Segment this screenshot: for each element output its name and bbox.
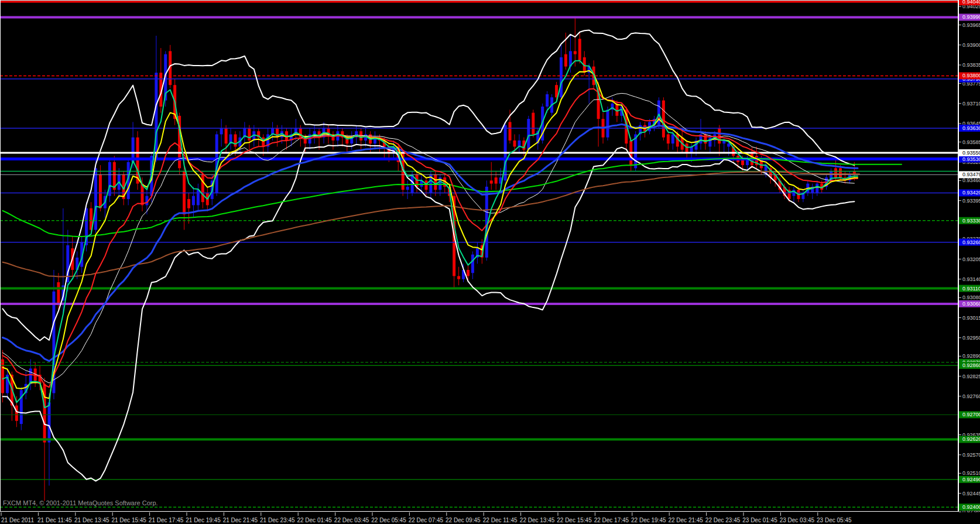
- time-axis-label: 22 Dec 23:45: [705, 517, 741, 523]
- price-tick-label: 0.93015: [962, 315, 980, 321]
- candle: [546, 94, 549, 107]
- price-tick-label: 0.92890: [962, 353, 980, 359]
- candle: [457, 276, 460, 279]
- candle: [718, 128, 721, 143]
- price-tick-label: 0.93965: [962, 22, 980, 28]
- candle: [527, 119, 530, 150]
- time-axis-label: 21 Dec 21:45: [223, 517, 258, 523]
- price-level-label: 0.92620: [962, 436, 980, 442]
- candle: [15, 406, 18, 421]
- candle: [657, 101, 660, 125]
- candle: [578, 39, 581, 60]
- candle: [424, 180, 427, 190]
- time-axis-label: 22 Dec 17:45: [594, 517, 629, 523]
- candle: [509, 122, 512, 141]
- price-level-label: 0.93800: [962, 73, 980, 78]
- candle: [57, 282, 60, 304]
- time-axis-label: 21 Dec 17:45: [149, 517, 184, 523]
- candle: [513, 141, 516, 147]
- price-tick-label: 0.93140: [962, 276, 980, 282]
- price-level-label: 0.93550: [962, 150, 980, 156]
- candle: [834, 168, 837, 177]
- candle: [606, 109, 609, 137]
- price-level-label: 0.93060: [962, 301, 980, 307]
- price-tick-label: 0.92950: [962, 335, 980, 341]
- price-tick-label: 0.92570: [962, 452, 980, 458]
- price-tick-label: 0.93080: [962, 294, 980, 300]
- price-level-label: 0.93990: [962, 14, 980, 20]
- candle: [434, 174, 437, 190]
- time-axis-label: 22 Dec 19:45: [631, 517, 666, 523]
- price-tick-label: 0.92510: [962, 470, 980, 476]
- time-axis-label: 22 Dec 21:45: [668, 517, 703, 523]
- candle: [671, 134, 674, 143]
- time-axis[interactable]: 21 Dec 201121 Dec 11:4521 Dec 13:4521 De…: [0, 512, 980, 524]
- price-level-label: 0.93630: [962, 125, 980, 131]
- price-level-label: 0.93330: [962, 218, 980, 224]
- candle: [99, 174, 102, 208]
- candle: [495, 177, 498, 184]
- time-axis-label: 22 Dec 03:45: [334, 517, 369, 523]
- time-axis-label: 22 Dec 01:45: [297, 517, 332, 523]
- candle: [220, 128, 223, 135]
- time-axis-label: 21 Dec 11:45: [37, 517, 72, 523]
- candle: [467, 270, 470, 276]
- price-tick-label: 0.93395: [962, 198, 980, 204]
- price-axis[interactable]: 0.940250.939650.939000.938350.937750.937…: [958, 0, 980, 524]
- candle: [574, 51, 577, 54]
- price-level-label: 0.92490: [962, 477, 980, 482]
- price-tick-label: 0.93205: [962, 256, 980, 262]
- price-level-label: 0.92860: [962, 362, 980, 368]
- price-chart-canvas[interactable]: 0.940250.939650.939000.938350.937750.937…: [0, 0, 980, 524]
- price-level-label: 0.94040: [962, 0, 980, 5]
- price-tick-label: 0.92445: [962, 491, 980, 496]
- candle: [839, 168, 842, 177]
- candle: [359, 131, 362, 141]
- price-level-label: 0.93420: [962, 190, 980, 196]
- time-axis-label: 21 Dec 13:45: [74, 517, 109, 523]
- time-axis-label: 21 Dec 15:45: [111, 517, 146, 523]
- price-tick-label: 0.93460: [962, 177, 980, 183]
- candle: [667, 134, 670, 143]
- candle: [686, 143, 688, 153]
- time-axis-label: 22 Dec 05:45: [371, 517, 406, 523]
- price-tick-label: 0.93710: [962, 101, 980, 107]
- candle: [234, 134, 237, 146]
- candle: [48, 402, 51, 442]
- candle: [225, 128, 228, 143]
- price-level-label: 0.92400: [962, 504, 980, 510]
- candle: [564, 54, 567, 67]
- candle: [136, 138, 139, 184]
- time-axis-label: 22 Dec 11:45: [483, 517, 518, 523]
- time-axis-label: 23 Dec 03:45: [780, 517, 815, 523]
- price-level-label: 0.93479: [962, 172, 980, 177]
- price-tick-label: 0.93900: [962, 42, 980, 48]
- price-level-label: 0.93530: [962, 156, 980, 162]
- candle: [248, 128, 251, 141]
- time-axis-label: 23 Dec 01:45: [742, 517, 777, 523]
- time-axis-label: 21 Dec 19:45: [186, 517, 221, 523]
- candle: [192, 196, 195, 206]
- candle: [201, 174, 204, 202]
- price-tick-label: 0.92760: [962, 393, 980, 399]
- time-axis-label: 23 Dec 05:45: [817, 517, 852, 523]
- price-level-label: 0.93260: [962, 239, 980, 245]
- price-level-label: 0.92700: [962, 412, 980, 417]
- candle: [197, 190, 200, 205]
- candle: [490, 180, 493, 183]
- price-tick-label: 0.93585: [962, 139, 980, 145]
- candle: [141, 184, 144, 206]
- candle: [560, 57, 563, 97]
- time-axis-label: 21 Dec 2011: [1, 517, 34, 523]
- candle: [187, 199, 190, 208]
- time-axis-label: 22 Dec 15:45: [557, 517, 592, 523]
- candle: [406, 187, 409, 190]
- price-level-label: 0.93110: [962, 286, 980, 292]
- mt4-chart-window: 0.940250.939650.939000.938350.937750.937…: [0, 0, 980, 524]
- candle: [532, 113, 534, 135]
- candle: [704, 134, 707, 143]
- time-axis-label: 21 Dec 23:45: [260, 517, 295, 523]
- time-axis-label: 22 Dec 09:45: [446, 517, 481, 523]
- candle: [662, 101, 665, 138]
- price-tick-label: 0.93835: [962, 62, 980, 68]
